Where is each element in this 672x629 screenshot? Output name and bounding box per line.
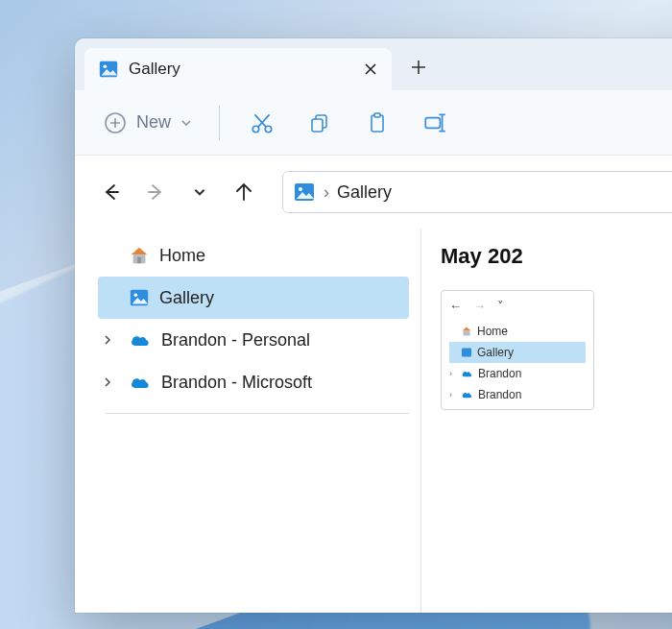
cloud-icon <box>129 373 152 392</box>
forward-button[interactable] <box>138 175 173 209</box>
clipboard-icon <box>366 111 389 134</box>
mini-label: Brandon <box>478 388 521 401</box>
new-button[interactable]: New <box>94 106 202 140</box>
mini-item-cloud2: › Brandon <box>449 384 586 405</box>
chevron-right-icon: › <box>324 182 329 203</box>
svg-point-14 <box>134 293 138 297</box>
scissors-icon <box>250 110 275 135</box>
copy-icon <box>308 111 331 134</box>
svg-rect-15 <box>464 331 470 336</box>
tab-title: Gallery <box>129 60 353 79</box>
sidebar-item-gallery[interactable]: Gallery <box>98 277 409 319</box>
divider <box>106 413 409 414</box>
month-heading: May 202 <box>441 244 672 269</box>
address-bar[interactable]: › Gallery <box>282 171 672 213</box>
recent-dropdown-button[interactable] <box>182 175 217 209</box>
new-tab-button[interactable] <box>399 48 438 86</box>
mini-label: Brandon <box>478 367 521 380</box>
sidebar-item-home[interactable]: Home <box>98 234 409 277</box>
copy-button[interactable] <box>295 100 345 146</box>
toolbar: New <box>75 90 672 156</box>
sidebar-item-label: Gallery <box>159 288 214 308</box>
mini-label: Home <box>477 325 508 338</box>
content-area: May 202 ← → ˅ Home Gallery › <box>420 229 672 613</box>
file-explorer-window: Gallery New <box>75 38 672 613</box>
mini-item-home: Home <box>449 321 586 342</box>
sidebar-item-onedrive-personal[interactable]: Brandon - Personal <box>98 319 409 361</box>
rename-icon <box>422 110 447 135</box>
mini-nav: ← → ˅ <box>449 299 586 313</box>
new-button-label: New <box>136 112 171 133</box>
svg-rect-12 <box>137 257 141 263</box>
cut-button[interactable] <box>237 100 287 146</box>
svg-rect-9 <box>425 117 440 128</box>
divider <box>219 106 220 140</box>
back-icon: ← <box>449 299 462 313</box>
up-button[interactable] <box>227 175 261 209</box>
picture-icon <box>293 181 316 204</box>
body: Home Gallery Brandon - Personal <box>75 229 672 613</box>
mini-label: Gallery <box>477 346 514 359</box>
rename-button[interactable] <box>410 100 460 146</box>
svg-point-11 <box>299 187 302 191</box>
forward-icon: → <box>473 299 486 313</box>
tab-gallery[interactable]: Gallery <box>84 48 392 90</box>
chevron-right-icon[interactable] <box>102 334 113 346</box>
sidebar-item-label: Brandon - Microsoft <box>161 373 312 393</box>
sidebar-item-label: Brandon - Personal <box>161 330 310 351</box>
svg-rect-16 <box>462 349 471 357</box>
sidebar-item-onedrive-microsoft[interactable]: Brandon - Microsoft <box>98 361 409 403</box>
chevron-down-icon <box>180 117 192 129</box>
home-icon <box>129 245 150 266</box>
chevron-right-icon[interactable] <box>102 376 113 388</box>
svg-point-1 <box>104 64 108 68</box>
cloud-icon <box>129 330 152 350</box>
mini-item-gallery: Gallery <box>449 342 586 363</box>
sidebar: Home Gallery Brandon - Personal <box>75 229 420 613</box>
close-tab-icon[interactable] <box>363 61 378 77</box>
back-button[interactable] <box>94 175 129 209</box>
sidebar-item-label: Home <box>159 246 205 266</box>
breadcrumb-location[interactable]: Gallery <box>337 182 392 203</box>
titlebar: Gallery <box>75 38 672 90</box>
navigation-bar: › Gallery <box>75 156 672 229</box>
mini-item-cloud1: › Brandon <box>449 363 586 384</box>
svg-rect-6 <box>312 119 323 132</box>
picture-icon <box>129 287 150 308</box>
chevron-down-icon: ˅ <box>497 299 504 313</box>
plus-circle-icon <box>104 111 127 134</box>
svg-rect-8 <box>374 113 380 117</box>
paste-button[interactable] <box>352 100 402 146</box>
preview-thumbnail: ← → ˅ Home Gallery › Brandon <box>441 290 594 410</box>
picture-icon <box>98 59 119 80</box>
